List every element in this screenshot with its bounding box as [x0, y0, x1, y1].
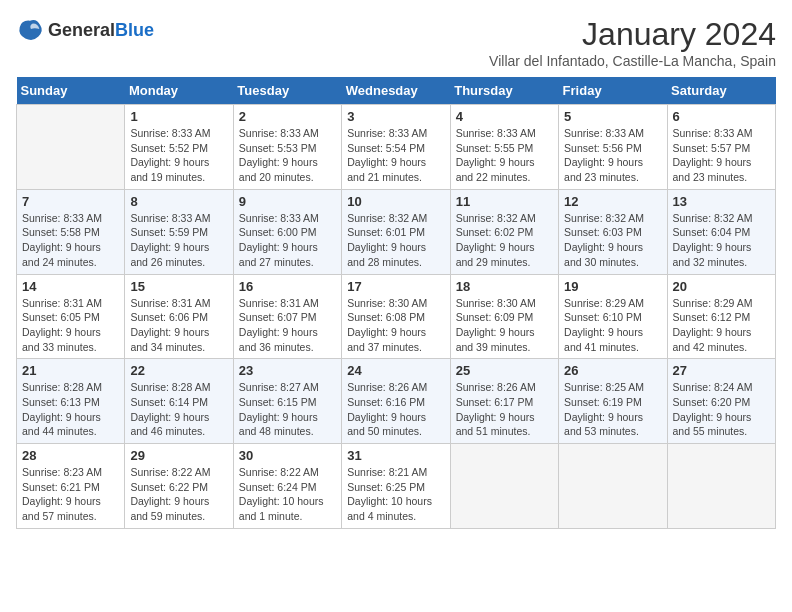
day-info: Sunrise: 8:31 AMSunset: 6:05 PMDaylight:… [22, 296, 119, 355]
day-number: 24 [347, 363, 444, 378]
day-number: 6 [673, 109, 770, 124]
day-info: Sunrise: 8:26 AMSunset: 6:16 PMDaylight:… [347, 380, 444, 439]
calendar-cell: 12Sunrise: 8:32 AMSunset: 6:03 PMDayligh… [559, 189, 667, 274]
calendar-cell: 5Sunrise: 8:33 AMSunset: 5:56 PMDaylight… [559, 105, 667, 190]
calendar-cell: 24Sunrise: 8:26 AMSunset: 6:16 PMDayligh… [342, 359, 450, 444]
calendar-cell: 20Sunrise: 8:29 AMSunset: 6:12 PMDayligh… [667, 274, 775, 359]
day-number: 25 [456, 363, 553, 378]
calendar-cell: 9Sunrise: 8:33 AMSunset: 6:00 PMDaylight… [233, 189, 341, 274]
page-header: GeneralBlue January 2024 Villar del Infa… [16, 16, 776, 69]
day-number: 21 [22, 363, 119, 378]
day-number: 31 [347, 448, 444, 463]
day-info: Sunrise: 8:33 AMSunset: 5:56 PMDaylight:… [564, 126, 661, 185]
day-header-friday: Friday [559, 77, 667, 105]
day-info: Sunrise: 8:28 AMSunset: 6:13 PMDaylight:… [22, 380, 119, 439]
calendar-subtitle: Villar del Infantado, Castille-La Mancha… [489, 53, 776, 69]
calendar-cell: 13Sunrise: 8:32 AMSunset: 6:04 PMDayligh… [667, 189, 775, 274]
day-info: Sunrise: 8:31 AMSunset: 6:06 PMDaylight:… [130, 296, 227, 355]
day-info: Sunrise: 8:32 AMSunset: 6:04 PMDaylight:… [673, 211, 770, 270]
day-number: 5 [564, 109, 661, 124]
day-number: 20 [673, 279, 770, 294]
calendar-cell: 25Sunrise: 8:26 AMSunset: 6:17 PMDayligh… [450, 359, 558, 444]
day-number: 3 [347, 109, 444, 124]
calendar-cell: 22Sunrise: 8:28 AMSunset: 6:14 PMDayligh… [125, 359, 233, 444]
calendar-cell: 17Sunrise: 8:30 AMSunset: 6:08 PMDayligh… [342, 274, 450, 359]
calendar-cell [559, 444, 667, 529]
day-number: 27 [673, 363, 770, 378]
calendar-cell: 30Sunrise: 8:22 AMSunset: 6:24 PMDayligh… [233, 444, 341, 529]
day-number: 14 [22, 279, 119, 294]
day-info: Sunrise: 8:28 AMSunset: 6:14 PMDaylight:… [130, 380, 227, 439]
day-info: Sunrise: 8:24 AMSunset: 6:20 PMDaylight:… [673, 380, 770, 439]
day-number: 4 [456, 109, 553, 124]
day-number: 10 [347, 194, 444, 209]
calendar-cell: 1Sunrise: 8:33 AMSunset: 5:52 PMDaylight… [125, 105, 233, 190]
calendar-table: SundayMondayTuesdayWednesdayThursdayFrid… [16, 77, 776, 529]
calendar-cell: 21Sunrise: 8:28 AMSunset: 6:13 PMDayligh… [17, 359, 125, 444]
calendar-cell: 26Sunrise: 8:25 AMSunset: 6:19 PMDayligh… [559, 359, 667, 444]
calendar-cell: 19Sunrise: 8:29 AMSunset: 6:10 PMDayligh… [559, 274, 667, 359]
day-info: Sunrise: 8:30 AMSunset: 6:08 PMDaylight:… [347, 296, 444, 355]
logo-text-blue: Blue [115, 20, 154, 40]
logo: GeneralBlue [16, 16, 154, 44]
calendar-cell: 18Sunrise: 8:30 AMSunset: 6:09 PMDayligh… [450, 274, 558, 359]
day-number: 30 [239, 448, 336, 463]
day-info: Sunrise: 8:33 AMSunset: 5:58 PMDaylight:… [22, 211, 119, 270]
day-header-thursday: Thursday [450, 77, 558, 105]
day-info: Sunrise: 8:26 AMSunset: 6:17 PMDaylight:… [456, 380, 553, 439]
day-info: Sunrise: 8:33 AMSunset: 5:59 PMDaylight:… [130, 211, 227, 270]
day-info: Sunrise: 8:29 AMSunset: 6:12 PMDaylight:… [673, 296, 770, 355]
day-info: Sunrise: 8:23 AMSunset: 6:21 PMDaylight:… [22, 465, 119, 524]
day-info: Sunrise: 8:22 AMSunset: 6:22 PMDaylight:… [130, 465, 227, 524]
day-info: Sunrise: 8:21 AMSunset: 6:25 PMDaylight:… [347, 465, 444, 524]
logo-icon [16, 16, 44, 44]
calendar-cell: 2Sunrise: 8:33 AMSunset: 5:53 PMDaylight… [233, 105, 341, 190]
day-number: 1 [130, 109, 227, 124]
day-info: Sunrise: 8:32 AMSunset: 6:01 PMDaylight:… [347, 211, 444, 270]
day-number: 22 [130, 363, 227, 378]
day-info: Sunrise: 8:33 AMSunset: 5:57 PMDaylight:… [673, 126, 770, 185]
day-number: 29 [130, 448, 227, 463]
calendar-cell [17, 105, 125, 190]
calendar-cell: 28Sunrise: 8:23 AMSunset: 6:21 PMDayligh… [17, 444, 125, 529]
calendar-cell: 16Sunrise: 8:31 AMSunset: 6:07 PMDayligh… [233, 274, 341, 359]
day-number: 18 [456, 279, 553, 294]
day-info: Sunrise: 8:30 AMSunset: 6:09 PMDaylight:… [456, 296, 553, 355]
day-number: 17 [347, 279, 444, 294]
calendar-cell [450, 444, 558, 529]
week-row-4: 21Sunrise: 8:28 AMSunset: 6:13 PMDayligh… [17, 359, 776, 444]
day-number: 19 [564, 279, 661, 294]
day-number: 15 [130, 279, 227, 294]
day-number: 13 [673, 194, 770, 209]
day-info: Sunrise: 8:32 AMSunset: 6:03 PMDaylight:… [564, 211, 661, 270]
calendar-cell [667, 444, 775, 529]
week-row-1: 1Sunrise: 8:33 AMSunset: 5:52 PMDaylight… [17, 105, 776, 190]
calendar-cell: 15Sunrise: 8:31 AMSunset: 6:06 PMDayligh… [125, 274, 233, 359]
day-number: 2 [239, 109, 336, 124]
day-number: 12 [564, 194, 661, 209]
day-header-monday: Monday [125, 77, 233, 105]
day-info: Sunrise: 8:33 AMSunset: 5:54 PMDaylight:… [347, 126, 444, 185]
day-info: Sunrise: 8:33 AMSunset: 6:00 PMDaylight:… [239, 211, 336, 270]
week-row-5: 28Sunrise: 8:23 AMSunset: 6:21 PMDayligh… [17, 444, 776, 529]
calendar-cell: 8Sunrise: 8:33 AMSunset: 5:59 PMDaylight… [125, 189, 233, 274]
day-header-wednesday: Wednesday [342, 77, 450, 105]
day-info: Sunrise: 8:25 AMSunset: 6:19 PMDaylight:… [564, 380, 661, 439]
day-number: 8 [130, 194, 227, 209]
day-number: 7 [22, 194, 119, 209]
calendar-cell: 10Sunrise: 8:32 AMSunset: 6:01 PMDayligh… [342, 189, 450, 274]
day-info: Sunrise: 8:31 AMSunset: 6:07 PMDaylight:… [239, 296, 336, 355]
week-row-2: 7Sunrise: 8:33 AMSunset: 5:58 PMDaylight… [17, 189, 776, 274]
day-header-sunday: Sunday [17, 77, 125, 105]
calendar-cell: 4Sunrise: 8:33 AMSunset: 5:55 PMDaylight… [450, 105, 558, 190]
day-info: Sunrise: 8:33 AMSunset: 5:52 PMDaylight:… [130, 126, 227, 185]
calendar-cell: 27Sunrise: 8:24 AMSunset: 6:20 PMDayligh… [667, 359, 775, 444]
day-info: Sunrise: 8:27 AMSunset: 6:15 PMDaylight:… [239, 380, 336, 439]
day-info: Sunrise: 8:33 AMSunset: 5:53 PMDaylight:… [239, 126, 336, 185]
day-header-saturday: Saturday [667, 77, 775, 105]
day-number: 28 [22, 448, 119, 463]
calendar-cell: 29Sunrise: 8:22 AMSunset: 6:22 PMDayligh… [125, 444, 233, 529]
day-info: Sunrise: 8:33 AMSunset: 5:55 PMDaylight:… [456, 126, 553, 185]
day-header-tuesday: Tuesday [233, 77, 341, 105]
logo-text-general: General [48, 20, 115, 40]
